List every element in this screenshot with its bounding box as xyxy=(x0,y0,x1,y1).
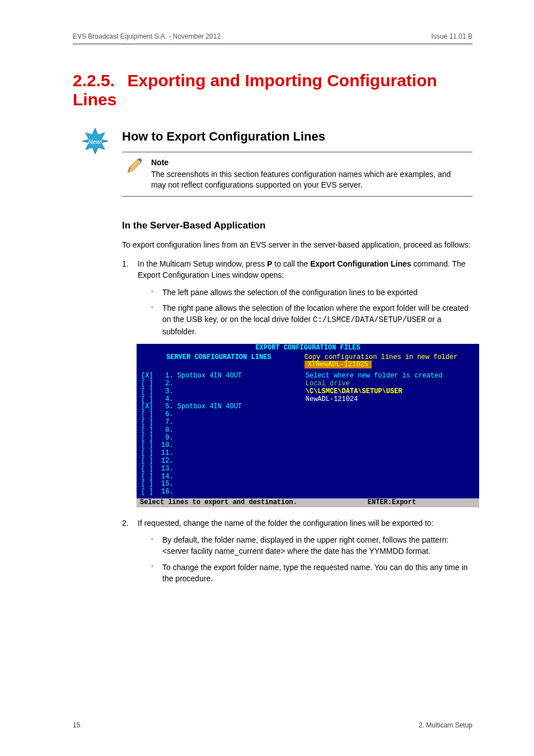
terminal-config-line[interactable]: [ ] 3. xyxy=(141,388,296,396)
header-left: EVS Broadcast Equipment S.A. - November … xyxy=(73,32,221,40)
terminal-right-line-1: Select where new folder is created xyxy=(306,372,475,380)
terminal-config-line[interactable]: [ ] 8. xyxy=(141,427,296,435)
footer-chapter: 2. Multicam Setup xyxy=(419,721,472,729)
terminal-config-line[interactable]: [ ] 10. xyxy=(141,442,296,450)
header-right: Issue 11.01.B xyxy=(432,32,472,40)
note-title: Note xyxy=(151,158,466,167)
terminal-config-line[interactable]: [ ] 9. xyxy=(141,435,296,442)
step-2-bullet-2: To change the export folder name, type t… xyxy=(151,562,472,585)
terminal-config-line[interactable]: [ ] 2. xyxy=(141,380,296,388)
terminal-config-line[interactable]: [ ] 15. xyxy=(141,480,296,488)
page-footer: 15 2. Multicam Setup xyxy=(73,721,472,729)
intro-paragraph: To export configuration lines from an EV… xyxy=(122,239,472,250)
svg-text:New!: New! xyxy=(88,138,102,145)
terminal-config-line[interactable]: [ ] 13. xyxy=(141,465,296,473)
step-1-text: In the Multicam Setup window, press P to… xyxy=(138,259,466,279)
terminal-right-line-4: NewADL-121024 xyxy=(306,396,475,404)
top-rule xyxy=(73,44,472,44)
terminal-config-line[interactable]: [ ] 7. xyxy=(141,419,296,427)
terminal-folder-name-field[interactable]: XTNewADL-121025 xyxy=(305,361,372,368)
starburst-icon: New! xyxy=(81,127,109,155)
terminal-footer-left: Select lines to export and destination. xyxy=(140,499,308,507)
terminal-config-line[interactable]: [ ] 6. xyxy=(141,411,296,419)
step-2-bullet-1: By default, the folder name, displayed i… xyxy=(151,534,472,557)
terminal-config-line[interactable]: [ ] 16. xyxy=(141,488,296,496)
step-number: 2. xyxy=(122,517,129,529)
page-number: 15 xyxy=(73,721,80,729)
terminal-footer-right: ENTER:Export xyxy=(308,499,476,507)
subsection-export-heading: How to Export Configuration Lines xyxy=(122,129,472,144)
terminal-config-line[interactable]: [ ] 11. xyxy=(141,450,296,458)
subheading-server-based: In the Server-Based Application xyxy=(122,220,472,231)
pencil-icon xyxy=(125,157,143,175)
terminal-title: EXPORT CONFIGURATION FILES xyxy=(137,344,479,353)
step-2-text: If requested, change the name of the fol… xyxy=(138,519,433,528)
section-number: 2.2.5. xyxy=(73,71,115,90)
terminal-right-header: Copy configuration lines in new folder X… xyxy=(301,353,479,371)
terminal-left-header: SERVER CONFIGURATION LINES xyxy=(137,353,301,371)
terminal-config-line[interactable]: [ ] 14. xyxy=(141,473,296,481)
terminal-config-line[interactable]: [ ] 4. xyxy=(141,396,296,404)
note-box: Note The screenshots in this section fea… xyxy=(122,152,472,197)
terminal-right-line-3: \C\LSMCE\DATA\SETUP\USER xyxy=(306,388,475,396)
note-body: The screenshots in this section features… xyxy=(151,169,466,190)
terminal-config-line[interactable]: [X] 1. Spotbox 4IN 4OUT xyxy=(141,372,296,380)
step-1-bullet-2: The right pane allows the selection of t… xyxy=(151,302,472,337)
new-badge: New! xyxy=(81,127,109,157)
step-1-bullet-1: The left pane allows the selection of th… xyxy=(151,287,472,298)
step-number: 1. xyxy=(122,258,129,269)
step-2: 2. If requested, change the name of the … xyxy=(122,517,472,584)
terminal-footer: Select lines to export and destination. … xyxy=(137,498,479,507)
terminal-config-line[interactable]: [X] 5. Spotbox 4IN 4OUT xyxy=(141,403,296,411)
terminal-right-line-2: Local drive xyxy=(306,380,475,388)
terminal-left-pane[interactable]: [X] 1. Spotbox 4IN 4OUT[ ] 2.[ ] 3.[ ] 4… xyxy=(137,370,301,498)
terminal-screenshot: EXPORT CONFIGURATION FILES SERVER CONFIG… xyxy=(137,344,479,507)
section-heading: 2.2.5. Exporting and Importing Configura… xyxy=(73,71,472,109)
section-title: Exporting and Importing Configuration Li… xyxy=(73,71,437,109)
step-1: 1. In the Multicam Setup window, press P… xyxy=(122,258,472,507)
terminal-right-pane[interactable]: Select where new folder is created Local… xyxy=(301,370,479,498)
terminal-config-line[interactable]: [ ] 12. xyxy=(141,458,296,465)
